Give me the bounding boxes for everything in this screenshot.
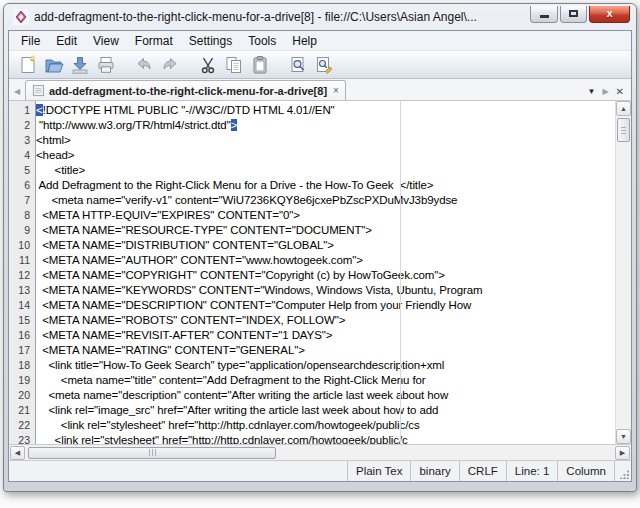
code-line[interactable]: Add Defragment to the Right-Click Menu f… xyxy=(36,178,615,193)
tab-scroll-left-icon[interactable]: ◀ xyxy=(9,87,25,100)
tabbar-close-icon[interactable]: ✕ xyxy=(616,87,624,97)
line-number: 8 xyxy=(9,208,35,223)
menu-item-file[interactable]: File xyxy=(13,32,48,50)
line-number: 15 xyxy=(9,313,35,328)
redo-button[interactable] xyxy=(157,53,183,77)
line-number: 16 xyxy=(9,328,35,343)
cut-icon xyxy=(198,55,218,75)
line-number: 3 xyxy=(9,133,35,148)
menu-item-view[interactable]: View xyxy=(85,32,127,50)
tab-close-icon[interactable]: × xyxy=(331,85,339,96)
search-replace-button[interactable] xyxy=(311,53,337,77)
gutter: 1234567891011121314151617181920212223 xyxy=(9,101,36,444)
line-number: 1 xyxy=(9,103,35,118)
copy-button[interactable] xyxy=(221,53,247,77)
vertical-scroll-thumb[interactable] xyxy=(617,118,630,142)
code-line[interactable]: <link rel="stylesheet" href="http://http… xyxy=(36,433,615,444)
client-area: FileEditViewFormatSettingsToolsHelp xyxy=(8,30,632,482)
scroll-left-icon[interactable]: ◀ xyxy=(10,446,25,460)
code-line[interactable]: <META HTTP-EQUIV="EXPIRES" CONTENT="0"> xyxy=(36,208,615,223)
search-replace-icon xyxy=(314,55,334,75)
vertical-scrollbar[interactable]: ▲ ▼ xyxy=(615,101,631,444)
tab-active[interactable]: add-defragment-to-the-right-click-menu-f… xyxy=(25,80,346,100)
line-number: 7 xyxy=(9,193,35,208)
menu-item-settings[interactable]: Settings xyxy=(181,32,240,50)
status-cells: Plain TexbinaryCRLFLine: 1Column xyxy=(347,461,614,481)
open-file-button[interactable] xyxy=(41,53,67,77)
print-button[interactable] xyxy=(93,53,119,77)
code-line[interactable]: <link rel="image_src" href="After writin… xyxy=(36,403,615,418)
minimize-icon xyxy=(540,15,549,18)
line-number: 14 xyxy=(9,298,35,313)
undo-button[interactable] xyxy=(131,53,157,77)
window-title: add-defragment-to-the-right-click-menu-f… xyxy=(34,10,524,24)
save-icon xyxy=(70,55,90,75)
code-line[interactable]: <META NAME="AUTHOR" CONTENT="www.howtoge… xyxy=(36,253,615,268)
search-icon xyxy=(288,55,308,75)
code-line[interactable]: "http://www.w3.org/TR/html4/strict.dtd"> xyxy=(36,118,615,133)
minimize-button[interactable] xyxy=(530,6,558,23)
scroll-right-icon[interactable]: ▶ xyxy=(615,446,630,460)
bracket-match-highlight: > xyxy=(231,119,238,131)
close-button[interactable]: x xyxy=(589,6,630,23)
tab-dropdown-icon[interactable]: ▼ xyxy=(588,88,596,96)
code-line[interactable]: <META NAME="RESOURCE-TYPE" CONTENT="DOCU… xyxy=(36,223,615,238)
app-window: add-defragment-to-the-right-click-menu-f… xyxy=(3,3,637,492)
code-lines: <!DOCTYPE HTML PUBLIC "-//W3C//DTD HTML … xyxy=(36,103,615,444)
menu-item-help[interactable]: Help xyxy=(284,32,325,50)
code-line[interactable]: <html> xyxy=(36,133,615,148)
paste-button[interactable] xyxy=(247,53,273,77)
resize-grip[interactable] xyxy=(614,461,631,481)
code-line[interactable]: <META NAME="COPYRIGHT" CONTENT="Copyrigh… xyxy=(36,268,615,283)
line-number: 17 xyxy=(9,343,35,358)
right-margin-line xyxy=(400,101,401,444)
line-number: 5 xyxy=(9,163,35,178)
print-icon xyxy=(96,55,116,75)
menu-item-tools[interactable]: Tools xyxy=(240,32,284,50)
code-line[interactable]: <META NAME="ROBOTS" CONTENT="INDEX, FOLL… xyxy=(36,313,615,328)
menu-item-format[interactable]: Format xyxy=(127,32,181,50)
cut-button[interactable] xyxy=(195,53,221,77)
title-bar[interactable]: add-defragment-to-the-right-click-menu-f… xyxy=(8,4,632,30)
menu-item-edit[interactable]: Edit xyxy=(48,32,85,50)
editor: 1234567891011121314151617181920212223 <!… xyxy=(9,101,631,444)
code-line[interactable]: <title> xyxy=(36,163,615,178)
new-file-button[interactable] xyxy=(15,53,41,77)
code-line[interactable]: <link rel="stylesheet" href="http://http… xyxy=(36,418,615,433)
open-folder-icon xyxy=(44,55,64,75)
save-button[interactable] xyxy=(67,53,93,77)
menu-bar: FileEditViewFormatSettingsToolsHelp xyxy=(9,31,631,51)
code-line[interactable]: <META NAME="REVISIT-AFTER" CONTENT="1 DA… xyxy=(36,328,615,343)
code-line[interactable]: <meta name="title" content="Add Defragme… xyxy=(36,373,615,388)
status-eol: CRLF xyxy=(459,461,506,481)
app-icon xyxy=(13,9,29,25)
code-line[interactable]: <META NAME="DISTRIBUTION" CONTENT="GLOBA… xyxy=(36,238,615,253)
code-line[interactable]: <meta name="verify-v1" content="WiU7236K… xyxy=(36,193,615,208)
code-line[interactable]: <!DOCTYPE HTML PUBLIC "-//W3C//DTD HTML … xyxy=(36,103,615,118)
code-line[interactable]: <link title="How-To Geek Search" type="a… xyxy=(36,358,615,373)
close-icon: x xyxy=(606,8,612,19)
code-line[interactable]: <head> xyxy=(36,148,615,163)
status-encoding: binary xyxy=(410,461,458,481)
status-message-cell xyxy=(9,461,347,481)
scroll-down-icon[interactable]: ▼ xyxy=(616,429,631,444)
tab-scroll-right-icon[interactable]: ▶ xyxy=(602,88,608,96)
paste-icon xyxy=(250,55,270,75)
restore-button[interactable] xyxy=(560,6,587,23)
vertical-scroll-track[interactable] xyxy=(616,142,631,429)
copy-icon xyxy=(224,55,244,75)
tab-bar: ◀ add-defragment-to-the-right-click-menu… xyxy=(9,79,631,101)
code-line[interactable]: <meta name="description" content="After … xyxy=(36,388,615,403)
scroll-up-icon[interactable]: ▲ xyxy=(616,101,631,116)
code-area[interactable]: <!DOCTYPE HTML PUBLIC "-//W3C//DTD HTML … xyxy=(36,101,615,444)
code-line[interactable]: <META NAME="KEYWORDS" CONTENT="Windows, … xyxy=(36,283,615,298)
undo-icon xyxy=(134,55,154,75)
horizontal-scrollbar[interactable]: ◀ ▶ xyxy=(9,444,631,460)
line-number: 20 xyxy=(9,388,35,403)
code-line[interactable]: <META NAME="DESCRIPTION" CONTENT="Comput… xyxy=(36,298,615,313)
search-button[interactable] xyxy=(285,53,311,77)
line-number: 11 xyxy=(9,253,35,268)
code-line[interactable]: <META NAME="RATING" CONTENT="GENERAL"> xyxy=(36,343,615,358)
status-format: Plain Tex xyxy=(347,461,410,481)
horizontal-scroll-thumb[interactable] xyxy=(28,447,276,459)
